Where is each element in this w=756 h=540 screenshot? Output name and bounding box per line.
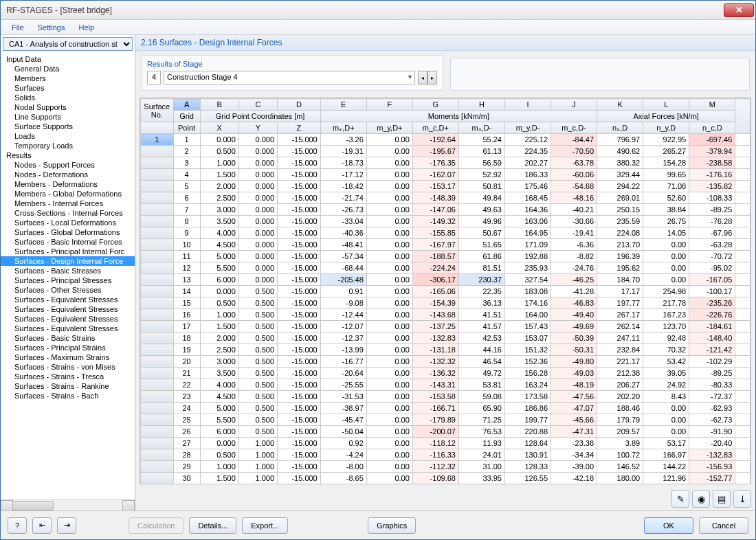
table-row[interactable]: 62.5000.000-15.000-21.740.00-148.3949.84… bbox=[141, 192, 751, 204]
table-row[interactable]: 182.0000.500-15.000-12.370.00-132.8342.5… bbox=[141, 333, 751, 344]
tree-item[interactable]: Surfaces - Global Deformations bbox=[1, 227, 135, 237]
tree-item[interactable]: Surfaces - Equivalent Stresses bbox=[1, 324, 135, 333]
table-row[interactable]: 115.0000.000-15.000-57.340.00-188.5761.8… bbox=[141, 251, 751, 262]
table-row[interactable]: 73.0000.000-15.000-26.730.00-147.0649.63… bbox=[141, 204, 751, 216]
menu-help[interactable]: Help bbox=[73, 22, 100, 33]
table-row[interactable]: 213.5000.500-15.000-20.640.00-136.3249.7… bbox=[141, 368, 751, 379]
stage-row: Results of Stage 4 Construction Stage 4 … bbox=[135, 51, 755, 98]
tree-item[interactable]: Cross-Sections - Internal Forces bbox=[1, 208, 135, 218]
table-row[interactable]: 245.0000.500-15.000-38.970.00-166.7165.9… bbox=[141, 403, 751, 414]
tree-hscroll[interactable] bbox=[1, 499, 135, 510]
tree-item[interactable]: Surfaces - Equivalent Stresses bbox=[1, 304, 135, 314]
tree-item[interactable]: Surfaces bbox=[1, 83, 135, 93]
tree-item[interactable]: Surfaces - Principal Stresses bbox=[1, 275, 135, 285]
table-row[interactable]: 94.0000.000-15.000-40.360.00-155.8550.67… bbox=[141, 227, 751, 239]
menu-file[interactable]: File bbox=[6, 22, 30, 33]
tree-item[interactable]: Nodes - Deformations bbox=[1, 170, 135, 179]
table-row[interactable]: 192.5000.500-15.000-13.990.00-131.1844.1… bbox=[141, 344, 751, 356]
tool-filter-icon[interactable]: ▤ bbox=[713, 490, 731, 508]
tree-item[interactable]: Nodal Supports bbox=[1, 102, 135, 112]
nav-tree: Input DataGeneral DataMembersSurfacesSol… bbox=[1, 53, 135, 499]
help-button[interactable]: ? bbox=[8, 517, 27, 534]
tree-item[interactable]: Input Data bbox=[1, 54, 135, 64]
stage-number[interactable]: 4 bbox=[147, 71, 161, 85]
tree-item[interactable]: Temporary Loads bbox=[1, 141, 135, 150]
table-row[interactable]: 161.0000.500-15.000-12.440.00-143.6841.5… bbox=[141, 309, 751, 321]
table-row[interactable]: 52.0000.000-15.000-18.420.00-153.1750.81… bbox=[141, 181, 751, 192]
tree-item[interactable]: Members - Internal Forces bbox=[1, 199, 135, 208]
table-row[interactable]: 20.5000.000-15.000-19.310.00-195.6761.13… bbox=[141, 146, 751, 157]
table-row[interactable]: 104.5000.000-15.000-48.410.00-167.9751.6… bbox=[141, 239, 751, 251]
table-row[interactable]: 280.5001.000-15.000-4.240.00-116.3324.01… bbox=[141, 449, 751, 461]
prev-module-button[interactable]: ⇤ bbox=[32, 517, 52, 534]
stage-prev[interactable]: ◂ bbox=[418, 71, 427, 85]
tree-item[interactable]: Surfaces - Basic Strains bbox=[1, 333, 135, 343]
table-row[interactable]: 270.0001.000-15.0000.920.00-118.1211.931… bbox=[141, 438, 751, 449]
load-case-combo[interactable]: CA1 - Analysis of construction st bbox=[3, 37, 133, 51]
table-row[interactable]: 301.5001.000-15.000-8.650.00-109.6833.95… bbox=[141, 473, 751, 484]
stage-next[interactable]: ▸ bbox=[427, 71, 437, 85]
table-row[interactable]: 291.0001.000-15.000-8.000.00-112.3231.00… bbox=[141, 461, 751, 473]
table-row[interactable]: 83.5000.000-15.000-33.040.00-149.3249.96… bbox=[141, 216, 751, 227]
grid-toolbar: ✎ ◉ ▤ ⤓ bbox=[135, 487, 755, 510]
tree-item[interactable]: Results bbox=[1, 150, 135, 160]
tree-item[interactable]: Surfaces - Equivalent Stresses bbox=[1, 295, 135, 304]
table-row[interactable]: 171.5000.500-15.000-12.070.00-137.2541.5… bbox=[141, 321, 751, 333]
table-row[interactable]: 125.5000.000-15.000-68.440.00-224.2481.5… bbox=[141, 262, 751, 274]
tree-item[interactable]: Loads bbox=[1, 131, 135, 141]
stage-select[interactable]: Construction Stage 4 bbox=[164, 71, 415, 85]
details-button[interactable]: Details... bbox=[189, 517, 236, 534]
menubar: File Settings Help bbox=[1, 20, 755, 35]
tree-item[interactable]: Surfaces - Strains - von Mises bbox=[1, 362, 135, 372]
tree-item[interactable]: Surfaces - Basic Stresses bbox=[1, 266, 135, 275]
tree-item[interactable]: Members bbox=[1, 74, 135, 83]
tool-pick-icon[interactable]: ✎ bbox=[671, 490, 689, 508]
table-row[interactable]: 203.0000.500-15.000-16.770.00-132.3246.5… bbox=[141, 356, 751, 368]
right-panel: 2.16 Surfaces - Design Internal Forces R… bbox=[135, 35, 755, 510]
app-window: RF-STAGES - [Street bridge] ✕ File Setti… bbox=[0, 0, 756, 540]
tool-export-icon[interactable]: ⤓ bbox=[733, 490, 751, 508]
next-module-button[interactable]: ⇥ bbox=[57, 517, 76, 534]
table-row[interactable]: 31.0000.000-15.000-18.730.00-176.3556.59… bbox=[141, 157, 751, 169]
tree-item[interactable]: General Data bbox=[1, 64, 135, 74]
export-button[interactable]: Export... bbox=[242, 517, 288, 534]
table-row[interactable]: 224.0000.500-15.000-25.550.00-143.3153.8… bbox=[141, 379, 751, 391]
tree-item[interactable]: Surfaces - Maximum Strains bbox=[1, 352, 135, 362]
table-row[interactable]: 150.5000.500-15.000-9.080.00-154.3936.13… bbox=[141, 297, 751, 309]
table-row[interactable]: 41.5000.000-15.000-17.120.00-162.0752.92… bbox=[141, 169, 751, 181]
tree-item[interactable]: Surfaces - Basic Internal Forces bbox=[1, 237, 135, 247]
table-row[interactable]: 255.5000.500-15.000-45.470.00-179.8971.2… bbox=[141, 414, 751, 426]
table-row[interactable]: 140.0000.500-15.0000.910.00-165.0622.351… bbox=[141, 286, 751, 297]
ok-button[interactable]: OK bbox=[644, 517, 693, 534]
tree-item[interactable]: Surface Supports bbox=[1, 122, 135, 131]
table-row[interactable]: 234.5000.500-15.000-31.530.00-153.5859.0… bbox=[141, 391, 751, 403]
tree-item[interactable]: Surfaces - Strains - Bach bbox=[1, 391, 135, 401]
tool-view-icon[interactable]: ◉ bbox=[692, 490, 710, 508]
results-grid[interactable]: SurfaceNo.ABCDEFGHIJKLMGridGrid Point Co… bbox=[140, 98, 751, 484]
graphics-button[interactable]: Graphics bbox=[368, 517, 416, 534]
tree-item[interactable]: Surfaces - Equivalent Stresses bbox=[1, 314, 135, 324]
grid-body[interactable]: SurfaceNo.ABCDEFGHIJKLMGridGrid Point Co… bbox=[140, 98, 751, 484]
table-row[interactable]: 110.0000.000-15.000-3.260.00-192.6455.24… bbox=[141, 134, 751, 146]
tree-item[interactable]: Solids bbox=[1, 93, 135, 102]
content: CA1 - Analysis of construction st Input … bbox=[1, 35, 755, 510]
table-row[interactable]: 136.0000.000-15.000-205.480.00-306.17230… bbox=[141, 274, 751, 286]
tree-item[interactable]: Members - Global Deformations bbox=[1, 189, 135, 199]
table-row[interactable]: 266.0000.500-15.000-50.040.00-200.0776.5… bbox=[141, 426, 751, 438]
tree-item[interactable]: Surfaces - Strains - Tresca bbox=[1, 372, 135, 381]
close-button[interactable]: ✕ bbox=[724, 3, 754, 17]
stage-box: Results of Stage 4 Construction Stage 4 … bbox=[141, 55, 443, 91]
tree-item[interactable]: Surfaces - Principal Strains bbox=[1, 343, 135, 352]
calculation-button[interactable]: Calculation bbox=[129, 517, 184, 534]
tree-item[interactable]: Surfaces - Local Deformations bbox=[1, 218, 135, 227]
tree-item[interactable]: Surfaces - Principal Internal Forc bbox=[1, 247, 135, 256]
tree-item[interactable]: Surfaces - Other Stresses bbox=[1, 285, 135, 295]
tree-item[interactable]: Nodes - Support Forces bbox=[1, 160, 135, 170]
cancel-button[interactable]: Cancel bbox=[699, 517, 748, 534]
tree-item[interactable]: Surfaces - Design Internal Force bbox=[1, 256, 135, 266]
tree-item[interactable]: Surfaces - Strains - Rankine bbox=[1, 381, 135, 391]
menu-settings[interactable]: Settings bbox=[32, 22, 71, 33]
tree-item[interactable]: Line Supports bbox=[1, 112, 135, 122]
footer: ? ⇤ ⇥ Calculation Details... Export... G… bbox=[1, 510, 755, 539]
tree-item[interactable]: Members - Deformations bbox=[1, 179, 135, 189]
